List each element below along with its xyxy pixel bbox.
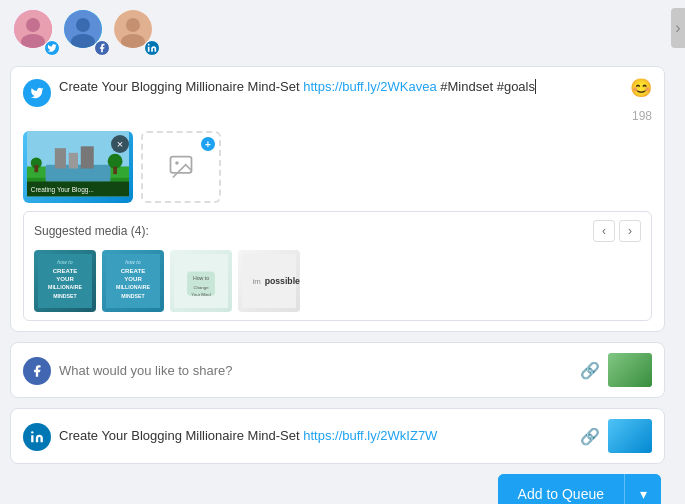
linkedin-network-icon [23, 423, 51, 451]
linkedin-thumb-image [608, 419, 652, 453]
suggested-images: how to CREATE YOUR MILLIONAIRE MINDSET h… [34, 250, 641, 312]
suggested-title: Suggested media (4): [34, 224, 149, 238]
linkedin-simple: Create Your Blogging Millionaire Mind-Se… [23, 419, 652, 453]
svg-text:How to: How to [193, 275, 209, 281]
media-thumbnails: Creating Your Blogg... × + [23, 131, 652, 203]
facebook-post-panel: 🔗 [10, 342, 665, 398]
linkedin-badge [144, 40, 160, 56]
post-panels: Create Your Blogging Millionaire Mind-Se… [10, 66, 665, 464]
twitter-header: Create Your Blogging Millionaire Mind-Se… [23, 77, 652, 107]
suggested-prev-button[interactable]: ‹ [593, 220, 615, 242]
media-section: Creating Your Blogg... × + Suggested med… [23, 131, 652, 321]
svg-text:YOUR: YOUR [124, 275, 142, 282]
linkedin-link-icon[interactable]: 🔗 [580, 427, 600, 446]
facebook-badge [94, 40, 110, 56]
twitter-link: https://buff.ly/2WKavea [303, 79, 436, 94]
add-to-queue-button-group: Add to Queue ▾ [498, 474, 661, 504]
svg-rect-19 [34, 165, 38, 172]
svg-text:how to: how to [125, 259, 140, 265]
suggested-next-button[interactable]: › [619, 220, 641, 242]
svg-rect-14 [55, 148, 66, 168]
svg-text:YOUR: YOUR [56, 275, 74, 282]
twitter-network-icon [23, 79, 51, 107]
facebook-link-icon[interactable]: 🔗 [580, 361, 600, 380]
twitter-post-text: Create Your Blogging Millionaire Mind-Se… [59, 77, 652, 98]
svg-text:CREATE: CREATE [121, 267, 146, 274]
queue-dropdown-button[interactable]: ▾ [625, 474, 661, 504]
suggested-nav: ‹ › [593, 220, 641, 242]
svg-text:CREATE: CREATE [53, 267, 78, 274]
suggested-image-1[interactable]: how to CREATE YOUR MILLIONAIRE MINDSET [34, 250, 96, 312]
twitter-post-panel: Create Your Blogging Millionaire Mind-Se… [10, 66, 665, 332]
svg-text:Change: Change [193, 285, 209, 290]
scroll-handle[interactable] [671, 8, 685, 48]
twitter-hashtags: #Mindset #goals [437, 79, 535, 94]
char-count: 198 [632, 109, 652, 123]
svg-text:MINDSET: MINDSET [121, 293, 145, 299]
facebook-thumb-image [608, 353, 652, 387]
suggested-image-3[interactable]: How to Change Your Mind [170, 250, 232, 312]
svg-text:MILLIONAIRE: MILLIONAIRE [116, 284, 150, 290]
svg-point-18 [108, 154, 123, 169]
media-thumb-1[interactable]: Creating Your Blogg... × [23, 131, 133, 203]
facebook-simple: 🔗 [23, 353, 652, 387]
avatar-twitter[interactable] [14, 10, 60, 56]
svg-text:MINDSET: MINDSET [53, 293, 77, 299]
svg-point-7 [126, 18, 140, 32]
avatar-linkedin[interactable] [114, 10, 160, 56]
avatar-facebook[interactable] [64, 10, 110, 56]
svg-text:Your Mind: Your Mind [191, 292, 211, 297]
linkedin-text-plain: Create Your Blogging Millionaire Mind-Se… [59, 428, 303, 443]
svg-point-1 [26, 18, 40, 32]
facebook-thumbnail [608, 353, 652, 387]
svg-rect-20 [113, 167, 117, 174]
svg-rect-16 [81, 146, 94, 168]
add-to-queue-button[interactable]: Add to Queue [498, 474, 624, 504]
avatar-row [10, 10, 665, 56]
svg-point-24 [175, 161, 179, 165]
twitter-content: Create Your Blogging Millionaire Mind-Se… [59, 77, 652, 98]
svg-point-45 [31, 431, 33, 433]
svg-rect-15 [69, 153, 78, 169]
suggested-image-4[interactable]: im possible [238, 250, 300, 312]
facebook-input[interactable] [59, 363, 572, 378]
svg-text:im: im [252, 277, 260, 286]
linkedin-text: Create Your Blogging Millionaire Mind-Se… [59, 426, 572, 446]
main-container: Create Your Blogging Millionaire Mind-Se… [0, 0, 685, 504]
bottom-bar: Add to Queue ▾ [10, 474, 665, 504]
linkedin-post-panel: Create Your Blogging Millionaire Mind-Se… [10, 408, 665, 464]
svg-text:possible: possible [265, 276, 300, 286]
emoji-button[interactable]: 😊 [630, 77, 652, 99]
linkedin-thumbnail [608, 419, 652, 453]
facebook-network-icon [23, 357, 51, 385]
linkedin-link: https://buff.ly/2WkIZ7W [303, 428, 437, 443]
twitter-text-plain: Create Your Blogging Millionaire Mind-Se… [59, 79, 303, 94]
svg-text:Creating Your Blogg...: Creating Your Blogg... [31, 186, 94, 194]
suggested-header: Suggested media (4): ‹ › [34, 220, 641, 242]
suggested-media-panel: Suggested media (4): ‹ › how to CREATE [23, 211, 652, 321]
svg-point-9 [148, 44, 150, 46]
add-media-plus: + [201, 137, 215, 151]
svg-text:how to: how to [57, 259, 72, 265]
twitter-badge [44, 40, 60, 56]
suggested-image-2[interactable]: how to CREATE YOUR MILLIONAIRE MINDSET [102, 250, 164, 312]
add-media-button[interactable]: + [141, 131, 221, 203]
remove-media-button[interactable]: × [111, 135, 129, 153]
svg-point-4 [76, 18, 90, 32]
svg-text:MILLIONAIRE: MILLIONAIRE [48, 284, 82, 290]
